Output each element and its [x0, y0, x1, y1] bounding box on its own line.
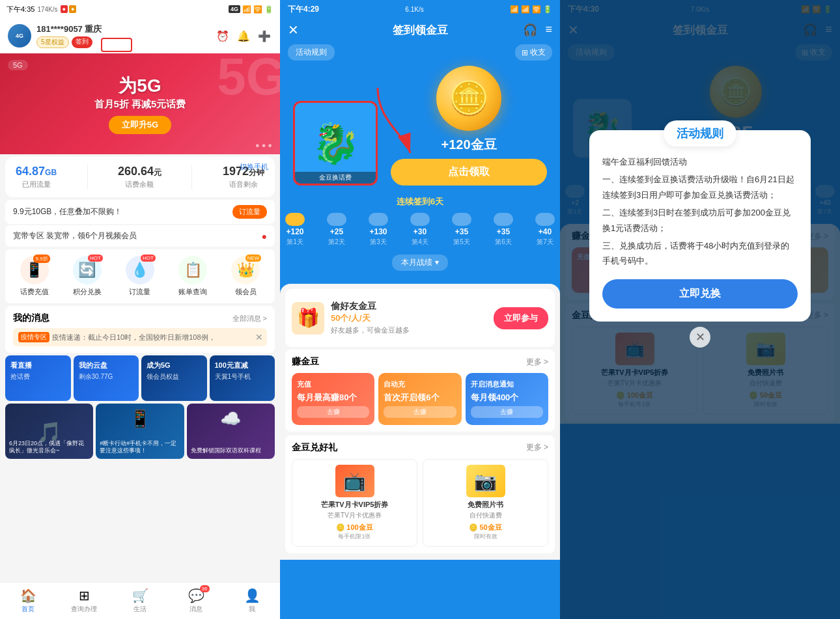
p1-icon-vip[interactable]: 👑 NEW 领会员	[231, 256, 260, 297]
p2-mascot-label: 金豆换话费	[295, 172, 376, 184]
p1-header: 4G 181****9057 重庆 5星权益 签到 ⏰ 🔔 ➕	[0, 18, 280, 53]
p1-msg-item[interactable]: 疫情专区 疫情速递：截止今日10时，全国较昨日新增108例， ✕	[13, 328, 267, 346]
p2-gift-1[interactable]: 📺 芒果TV月卡VIP5折券 芒果TV月卡优惠券 🪙 100金豆 每手机限1张	[292, 459, 417, 547]
p2-gift-2-coins: 🪙 50金豆	[428, 523, 542, 532]
p3-modal-close-btn[interactable]: ✕	[690, 327, 710, 348]
p2-rules-btn[interactable]: 活动规则	[288, 44, 335, 61]
p2-earn-card-1[interactable]: 充值 每月最高赚80个 去赚	[292, 373, 374, 425]
p2-main-area: 🐉 金豆换话费 🪙 +120金豆 点击领取	[280, 66, 560, 196]
p1-card-reduce[interactable]: 100元直减 天翼1号手机	[210, 355, 275, 401]
p1-icon-points[interactable]: 🔄 HOT 积分兑换	[73, 256, 102, 297]
p3-modal-para-1: 一、连续签到金豆换话费活动升级啦！自6月21日起连续签到3日用户即可参加金豆兑换…	[602, 172, 798, 202]
p2-earn-card-3[interactable]: 开启消息通知 每月领400个 去赚	[466, 373, 548, 425]
p2-income-btn[interactable]: ⊞ 收支	[515, 44, 552, 61]
p2-day-7: +40 第7天	[535, 213, 555, 247]
p1-switch-btn[interactable]: 切换手机	[240, 162, 268, 172]
p2-reward-amount: +120金豆	[441, 136, 496, 154]
p1-user-info: 181****9057 重庆 5星权益 签到	[36, 23, 102, 48]
p3-modal-title: 活动规则	[664, 120, 736, 146]
p1-icons-row: 📱 9.9折 话费充值 🔄 HOT 积分兑换 💧 HOT 订流量	[8, 256, 272, 297]
p2-gift-1-sub: 芒果TV月卡优惠券	[298, 511, 412, 520]
p1-data-label: 已用流量	[16, 180, 57, 189]
p2-close-btn[interactable]: ✕	[288, 22, 299, 38]
p1-nav-life-label: 生活	[133, 605, 147, 614]
p2-day-num-2: +25	[330, 227, 343, 236]
p2-topbar-right: 🎧 ≡	[523, 23, 552, 37]
p2-day-label-2: 第2天	[328, 238, 345, 247]
p1-card-live[interactable]: 看直播 抢话费	[5, 355, 71, 401]
p1-broadband-text: 宽带专区 装宽带，领6个月视频会员	[13, 230, 137, 241]
p1-banner-btn[interactable]: 立即升5G	[109, 116, 171, 134]
p2-day-1: +120 第1天	[285, 213, 305, 247]
p1-promo[interactable]: 9.9元10GB，任意叠加不限购！ 订流量	[5, 200, 275, 224]
p1-nav-msg[interactable]: 💬 36 消息	[168, 585, 224, 616]
p1-stat-div2	[191, 165, 192, 189]
p2-day-circle-1	[285, 213, 305, 226]
p1-signal: 📶	[242, 5, 251, 14]
p1-nav-home[interactable]: 🏠 首页	[0, 585, 56, 616]
p3-modal-content: 端午金豆福利回馈活动 一、连续签到金豆换话费活动升级啦！自6月21日起连续签到3…	[602, 154, 798, 269]
p2-friend-icon: 🎁	[292, 302, 324, 335]
p1-banner-card3[interactable]: ☁️ 免费解锁国际双语双科课程	[187, 404, 275, 459]
p1-banner-cards: 🎵 6月23日20点，偶遇「像野花疯长」微光音乐会~ 📱 #断卡行动#手机卡不用…	[5, 404, 275, 459]
p1-sign-tag[interactable]: 签到	[72, 36, 92, 48]
p2-day-2: +25 第2天	[327, 213, 346, 247]
p2-join-btn[interactable]: 立即参与	[494, 307, 548, 329]
p1-msg-all-btn[interactable]: 全部消息 >	[232, 314, 267, 323]
p1-card-cloud-title: 我的云盘	[79, 361, 134, 370]
p1-bell-icon[interactable]: 🔔	[236, 28, 251, 44]
p1-recharge-label: 话费充值	[20, 287, 49, 297]
p1-promo-text: 9.9元10GB，任意叠加不限购！	[13, 206, 122, 217]
p2-headphone-icon[interactable]: 🎧	[523, 23, 537, 37]
p1-card-cloud[interactable]: 我的云盘 剩余30.77G	[74, 355, 139, 401]
p2-performance-btn[interactable]: 本月战绩 ▾	[392, 254, 447, 271]
p2-gifts-more[interactable]: 更多 >	[526, 442, 548, 454]
p2-statusbar: 下午4:29 6.1K/s 📶 📶 🛜 🔋	[280, 0, 560, 18]
p1-speed: 174K/s	[37, 6, 57, 13]
p2-performance-wrap: 本月战绩 ▾	[280, 254, 560, 279]
p1-banner-card2[interactable]: 📱 #断卡行动#手机卡不用，一定要注意这些事项！	[96, 404, 184, 459]
p1-nav-life[interactable]: 🛒 生活	[112, 585, 168, 616]
p3-modal-para-0: 端午金豆福利回馈活动	[602, 154, 798, 169]
p2-time: 下午4:29	[288, 4, 319, 15]
p2-gift-2-name: 免费照片书	[428, 500, 542, 510]
p1-nav-me[interactable]: 👤 我	[224, 585, 280, 616]
p1-nav-msg-badge-wrap: 💬 36	[188, 588, 204, 603]
p1-banner-card1[interactable]: 🎵 6月23日20点，偶遇「像野花疯长」微光音乐会~	[5, 404, 93, 459]
p2-earn-card-3-btn[interactable]: 去赚	[471, 406, 543, 418]
p1-life-icon: 🛒	[132, 588, 148, 603]
p2-earn-more[interactable]: 更多 >	[526, 357, 548, 368]
p2-menu-icon[interactable]: ≡	[545, 23, 552, 37]
p1-banner[interactable]: 5G 为5G 首月5折 再减5元话费 立即升5G 5G ● ● ●	[0, 53, 280, 154]
p2-day-circle-6	[494, 213, 513, 226]
p2-claim-btn[interactable]: 点击领取	[391, 159, 547, 186]
p1-msg-close[interactable]: ✕	[255, 332, 263, 342]
p1-icon-data[interactable]: 💧 HOT 订流量	[126, 256, 154, 297]
p1-promo-btn[interactable]: 订流量	[232, 205, 267, 219]
p1-query-icon: ⊞	[79, 588, 90, 603]
p2-day-5: +35 第5天	[452, 213, 471, 247]
p2-earn-card-1-btn[interactable]: 去赚	[297, 406, 369, 418]
p1-clock-icon[interactable]: ⏰	[215, 28, 231, 44]
p2-gift-2[interactable]: 📷 免费照片书 自付快递费 🪙 50金豆 限时有效	[423, 459, 548, 547]
p1-broadband[interactable]: 宽带专区 装宽带，领6个月视频会员 ●	[5, 225, 275, 247]
p1-add-icon[interactable]: ➕	[257, 28, 272, 44]
p2-day-num-3: +130	[369, 227, 387, 236]
p1-nav-query[interactable]: ⊞ 查询办理	[56, 585, 112, 616]
p3-modal-exchange-btn[interactable]: 立即兑换	[602, 279, 798, 309]
p2-day-3: +130 第3天	[369, 213, 388, 247]
p1-card-reduce-title: 100元直减	[215, 361, 270, 370]
p1-icon-bill[interactable]: 📋 账单查询	[178, 256, 207, 297]
p1-banner-icon3: ☁️	[220, 409, 241, 429]
p2-earn-card-2[interactable]: 自动充 首次开启领6个 去赚	[378, 373, 461, 425]
p2-earn-card-2-btn[interactable]: 去赚	[384, 406, 456, 418]
p2-day-num-4: +30	[413, 227, 427, 236]
p1-msg-text: 疫情速递：截止今日10时，全国较昨日新增108例，	[52, 333, 216, 342]
p2-earn-header: 赚金豆 更多 >	[292, 356, 548, 368]
p2-day-circle-2	[327, 213, 346, 226]
p2-friend-section: 🎁 偷好友金豆 50个/人/天 好友越多，可偷金豆越多 立即参与	[285, 289, 555, 347]
p1-broadband-arrow: ●	[262, 231, 267, 241]
p1-icon-recharge[interactable]: 📱 9.9折 话费充值	[20, 256, 49, 297]
p2-topbar: ✕ 签到领金豆 🎧 ≡	[280, 18, 560, 42]
p1-card-5g[interactable]: 成为5G 领会员权益	[141, 355, 207, 401]
